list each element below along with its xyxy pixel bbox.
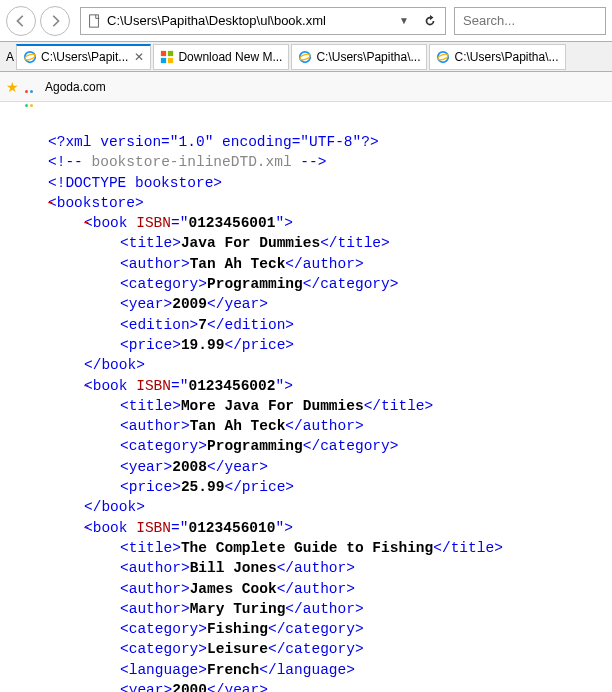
svg-rect-4 [168,50,173,55]
forward-button[interactable] [40,6,70,36]
xml-element: <title>More Java For Dummies</title> [30,396,592,416]
address-dropdown[interactable]: ▼ [393,15,415,26]
xml-root-open: -<bookstore> [30,193,592,213]
xml-element: <author>Bill Jones</author> [30,558,592,578]
file-icon [81,14,107,28]
xml-prolog: <?xml version="1.0" encoding="UTF-8"?> [30,132,592,152]
svg-rect-6 [168,57,173,62]
address-text: C:\Users\Papitha\Desktop\ul\book.xml [107,13,393,28]
tab-1[interactable]: C:\Users\Papit... ✕ [16,44,151,70]
tab-label: C:\Users\Papit... [41,50,128,64]
ie-icon [298,50,312,64]
tabstrip-prefix: A [4,50,16,64]
xml-element: <price>19.99</price> [30,335,592,355]
xml-book-open: -<book ISBN="0123456010"> [30,518,592,538]
collapse-toggle[interactable]: - [82,518,91,538]
search-input[interactable] [455,13,605,28]
tab-2[interactable]: Download New M... [153,44,289,70]
arrow-right-icon [48,14,62,28]
tab-strip: A C:\Users\Papit... ✕ Download New M... … [0,42,612,72]
xml-element: <category>Leisure</category> [30,639,592,659]
favorite-label: Agoda.com [45,80,106,94]
agoda-icon [25,82,39,92]
svg-rect-0 [90,14,99,26]
xml-element: <year>2000</year> [30,680,592,692]
xml-book-open: -<book ISBN="0123456002"> [30,376,592,396]
xml-book-close: </book> [30,355,592,375]
xml-element: <language>French</language> [30,660,592,680]
close-icon[interactable]: ✕ [134,50,144,64]
ie-icon [436,50,450,64]
tab-3[interactable]: C:\Users\Papitha\... [291,44,427,70]
tab-label: C:\Users\Papitha\... [316,50,420,64]
xml-element: <year>2009</year> [30,294,592,314]
favorite-item[interactable]: Agoda.com [25,80,106,94]
refresh-icon [423,14,437,28]
xml-book-close: </book> [30,497,592,517]
xml-element: <category>Programming</category> [30,274,592,294]
tab-4[interactable]: C:\Users\Papitha\... [429,44,565,70]
xml-element: <author>Mary Turing</author> [30,599,592,619]
refresh-button[interactable] [415,14,445,28]
xml-element: <author>Tan Ah Teck</author> [30,254,592,274]
collapse-toggle[interactable]: - [46,193,55,213]
svg-rect-5 [161,57,166,62]
xml-element: <category>Programming</category> [30,436,592,456]
favorites-star-icon[interactable]: ★ [6,79,19,95]
xml-viewer: <?xml version="1.0" encoding="UTF-8"?><!… [0,102,612,692]
tab-label: Download New M... [178,50,282,64]
windows-icon [160,50,174,64]
xml-element: <edition>7</edition> [30,315,592,335]
tab-label: C:\Users\Papitha\... [454,50,558,64]
back-button[interactable] [6,6,36,36]
xml-element: <title>Java For Dummies</title> [30,233,592,253]
address-bar[interactable]: C:\Users\Papitha\Desktop\ul\book.xml ▼ [80,7,446,35]
xml-element: <author>Tan Ah Teck</author> [30,416,592,436]
xml-book-open: -<book ISBN="0123456001"> [30,213,592,233]
xml-doctype: <!DOCTYPE bookstore> [30,173,592,193]
xml-element: <title>The Complete Guide to Fishing</ti… [30,538,592,558]
xml-element: <year>2008</year> [30,457,592,477]
svg-rect-3 [161,50,166,55]
ie-icon [23,50,37,64]
arrow-left-icon [14,14,28,28]
xml-element: <category>Fishing</category> [30,619,592,639]
xml-comment: <!-- bookstore-inlineDTD.xml --> [30,152,592,172]
search-box[interactable] [454,7,606,35]
browser-toolbar: C:\Users\Papitha\Desktop\ul\book.xml ▼ [0,0,612,42]
collapse-toggle[interactable]: - [82,376,91,396]
favorites-bar: ★ Agoda.com [0,72,612,102]
xml-element: <price>25.99</price> [30,477,592,497]
xml-element: <author>James Cook</author> [30,579,592,599]
collapse-toggle[interactable]: - [82,213,91,233]
